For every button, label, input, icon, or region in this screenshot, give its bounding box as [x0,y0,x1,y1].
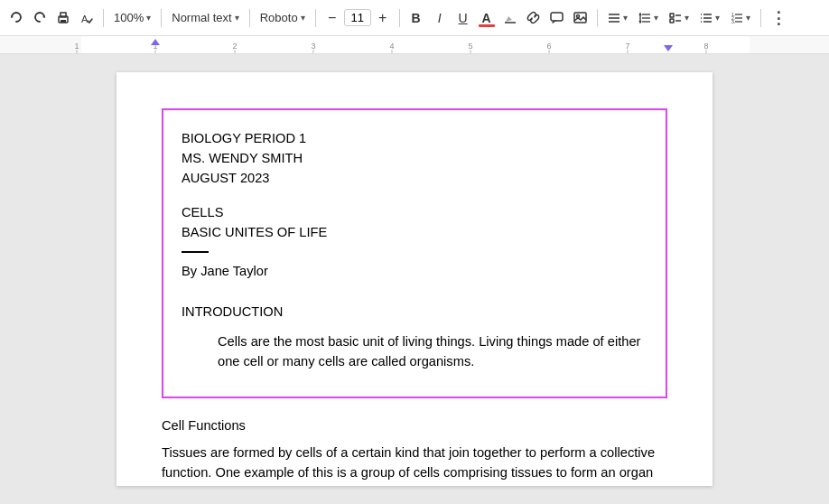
decrease-font-button[interactable]: − [321,7,343,29]
font-color-bar [479,24,495,27]
style-dropdown[interactable]: Normal text ▾ [167,9,243,26]
svg-text:5: 5 [468,42,472,51]
svg-rect-16 [670,19,674,23]
more-button[interactable]: ⋮ [767,7,790,29]
font-label: Roboto [260,11,298,24]
svg-text:3.: 3. [731,19,735,24]
svg-text:1: 1 [74,42,79,51]
font-dropdown[interactable]: Roboto ▾ [256,9,310,26]
checklist-chevron: ▾ [685,13,689,23]
comment-button[interactable] [546,7,568,29]
spellcheck-button[interactable]: A [76,7,98,29]
zoom-dropdown[interactable]: 100% ▾ [109,9,155,26]
bold-button[interactable]: B [405,7,427,29]
underline-button[interactable]: U [452,7,474,29]
increase-font-button[interactable]: + [372,7,394,29]
sep7 [760,9,761,27]
intro-para: Cells are the most basic unit of living … [218,331,647,371]
selected-block[interactable]: BIOLOGY PERIOD 1 MS. WENDY SMITH AUGUST … [162,108,667,398]
sep3 [249,9,250,27]
list-dropdown[interactable]: ▾ [695,10,724,26]
zoom-chevron: ▾ [146,13,151,23]
font-size-area: − + [321,7,394,29]
document-area: BIOLOGY PERIOD 1 MS. WENDY SMITH AUGUST … [0,54,829,504]
cells-title: CELLS [182,202,647,222]
font-color-button[interactable]: A [476,7,498,29]
font-size-input[interactable] [344,9,371,26]
teacher-line: MS. WENDY SMITH [182,148,647,168]
svg-rect-5 [551,13,563,21]
svg-text:7: 7 [625,42,629,51]
subtitle-line: BASIC UNITES OF LIFE [182,222,647,242]
ordered-list-chevron: ▾ [746,13,750,23]
svg-point-7 [577,15,580,18]
sep6 [597,9,598,27]
sep2 [161,9,162,27]
document-page[interactable]: BIOLOGY PERIOD 1 MS. WENDY SMITH AUGUST … [116,72,713,486]
style-label: Normal text [172,11,231,24]
intro-heading: INTRODUCTION [182,303,647,322]
svg-rect-2 [61,20,66,23]
sep4 [315,9,316,27]
link-button[interactable] [523,7,545,29]
line-spacing-chevron: ▾ [654,13,658,23]
bio-period-line: BIOLOGY PERIOD 1 [182,128,647,148]
align-chevron: ▾ [623,13,628,23]
svg-rect-1 [61,13,66,17]
align-dropdown[interactable]: ▾ [603,10,632,26]
redo-button[interactable] [29,7,51,29]
svg-text:A: A [81,14,88,24]
italic-button[interactable]: I [429,7,451,29]
tissues-para: Tissues are formed by cells of a certain… [162,443,667,482]
toolbar: A 100% ▾ Normal text ▾ Roboto ▾ − + B I … [0,0,829,36]
zoom-label: 100% [114,11,144,24]
print-button[interactable] [52,7,74,29]
highlight-button[interactable] [499,7,521,29]
svg-rect-31 [81,36,750,54]
ruler: 1 1 2 3 4 5 6 7 8 [0,36,829,54]
line-spacing-dropdown[interactable]: ▾ [634,10,663,26]
ordered-list-dropdown[interactable]: 1. 2. 3. ▾ [726,10,755,26]
sep1 [103,9,104,27]
undo-button[interactable] [5,7,27,29]
author-line: By Jane Taylor [182,262,647,281]
svg-text:8: 8 [703,42,708,51]
svg-text:4: 4 [389,42,394,51]
divider [182,251,209,253]
svg-rect-14 [670,14,674,17]
svg-text:2: 2 [232,42,237,51]
cell-functions-heading: Cell Functions [162,416,667,435]
image-button[interactable] [570,7,591,29]
date-line: AUGUST 2023 [182,168,647,188]
checklist-dropdown[interactable]: ▾ [665,10,694,26]
style-chevron: ▾ [235,13,239,23]
svg-text:6: 6 [546,42,551,51]
font-chevron: ▾ [301,13,305,23]
list-chevron: ▾ [715,13,720,23]
svg-text:3: 3 [311,42,315,51]
sep5 [399,9,400,27]
